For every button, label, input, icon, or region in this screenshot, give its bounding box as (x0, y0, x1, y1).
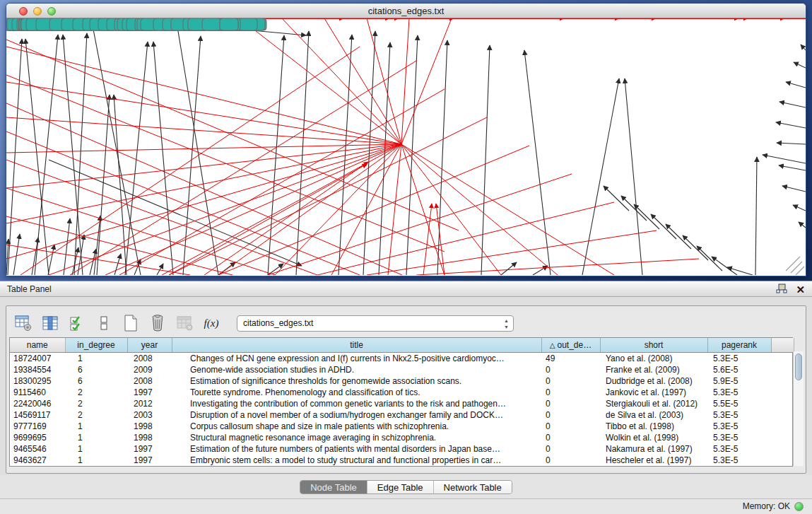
column-header-pagerank[interactable]: pagerank (707, 338, 771, 352)
float-window-icon[interactable] (776, 284, 787, 296)
network-window[interactable]: citations_edges.txt 24761162042783954304… (6, 3, 806, 276)
show-column-icon[interactable] (40, 313, 60, 333)
new-column-icon[interactable] (121, 313, 141, 333)
table-panel-header: Table Panel ✕ (0, 281, 812, 297)
network-window-titlebar[interactable]: citations_edges.txt (6, 4, 806, 18)
table-row[interactable]: 1872400712008Changes of HCN gene express… (10, 352, 794, 364)
table-selector-dropdown[interactable]: citations_edges.txt ▲▼ (237, 315, 514, 332)
column-header-short[interactable]: short (600, 338, 707, 352)
table-scrollbar[interactable] (793, 351, 804, 466)
table-panel-inner: f(x) citations_edges.txt ▲▼ namein_degre… (6, 305, 806, 474)
tab-node-table[interactable]: Node Table (300, 481, 367, 493)
svg-text:363: 363 (192, 18, 201, 20)
close-panel-icon[interactable]: ✕ (796, 285, 805, 295)
table-tab-bar: Node TableEdge TableNetwork Table (0, 475, 812, 498)
memory-status-icon (794, 502, 804, 511)
table-row[interactable]: 1830029562008Estimation of significance … (10, 375, 794, 387)
column-header-out_de[interactable]: △out_de… (541, 338, 600, 352)
svg-text:333: 333 (145, 18, 154, 20)
graph-node[interactable]: 1016 (239, 18, 257, 30)
table-panel-title: Table Panel (7, 284, 52, 294)
status-bar: Memory: OK (0, 498, 812, 514)
delete-table-icon[interactable] (175, 313, 194, 333)
svg-text:581: 581 (40, 18, 49, 20)
tab-edge-table[interactable]: Edge Table (367, 481, 434, 493)
deselect-all-icon[interactable] (94, 313, 114, 333)
select-all-icon[interactable] (67, 313, 87, 333)
graph-node[interactable]: 361 (202, 18, 220, 30)
svg-text:361: 361 (206, 18, 216, 20)
network-window-title: citations_edges.txt (6, 6, 806, 16)
dropdown-stepper-icon[interactable]: ▲▼ (504, 317, 509, 330)
column-header-in_degree[interactable]: in_degree (65, 338, 127, 352)
edge-layer (6, 18, 806, 275)
table-header-row: namein_degreeyeartitle△out_de…shortpager… (10, 338, 794, 352)
sort-ascending-icon: △ (550, 341, 555, 349)
table-row[interactable]: 977716911998Corpus callosum shape and si… (10, 421, 794, 432)
table-panel-body: f(x) citations_edges.txt ▲▼ namein_degre… (0, 297, 812, 475)
memory-status-label: Memory: OK (743, 501, 790, 511)
table-row[interactable]: 1938455462009Genome-wide association stu… (10, 364, 794, 375)
modify-table-icon[interactable] (13, 313, 33, 333)
function-builder-icon[interactable]: f(x) (201, 313, 221, 333)
table-row[interactable]: 2242004622012Investigating the contribut… (10, 398, 794, 409)
column-header-title[interactable]: title (172, 338, 541, 352)
table-row[interactable]: 969969511998Structural magnetic resonanc… (10, 432, 794, 443)
tab-network-table[interactable]: Network Table (434, 481, 512, 493)
table-row[interactable]: 946554611997Estimation of the future num… (10, 443, 794, 455)
cytoscape-desktop: citations_edges.txt 24761162042783954304… (0, 0, 812, 281)
table-row[interactable]: 946362711997Embryonic stem cells: a mode… (10, 455, 794, 466)
table-row[interactable]: 1456911722003Disruption of a novel membe… (10, 409, 794, 421)
delete-column-icon[interactable] (148, 313, 167, 333)
column-header-year[interactable]: year (127, 338, 172, 352)
table-toolbar: f(x) citations_edges.txt ▲▼ (13, 312, 514, 334)
svg-text:378: 378 (224, 18, 233, 20)
table-scrollbar-thumb[interactable] (795, 354, 802, 380)
svg-text:1016: 1016 (242, 18, 254, 20)
table-selector-value: citations_edges.txt (243, 318, 313, 328)
column-header-name[interactable]: name (10, 338, 65, 352)
network-graph[interactable]: 2476116204278395430438491524545584626686… (6, 18, 806, 275)
table-row[interactable]: 911546021997Tourette syndrome. Phenomeno… (10, 387, 794, 398)
graph-node[interactable]: 378 (220, 18, 238, 30)
node-table: namein_degreeyeartitle△out_de…shortpager… (9, 337, 793, 467)
node-layer: 2476116204278395430438491524545584626686… (6, 18, 266, 30)
